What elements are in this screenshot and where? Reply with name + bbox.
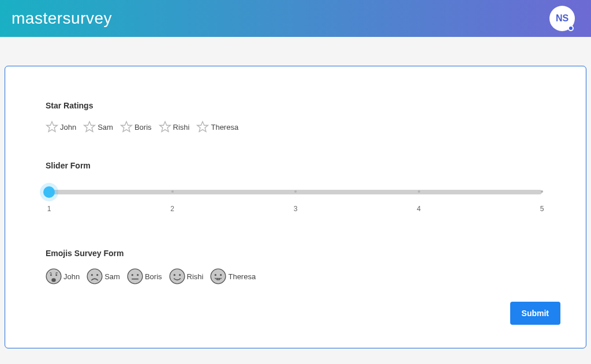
- svg-point-10: [91, 274, 93, 276]
- star-option-label: John: [60, 123, 76, 132]
- svg-marker-4: [197, 122, 208, 132]
- smile-face-icon: [169, 268, 185, 284]
- emoji-option-john[interactable]: John: [46, 268, 80, 284]
- slider-tick: [541, 190, 543, 193]
- svg-point-14: [137, 274, 139, 276]
- star-icon: [120, 121, 133, 133]
- slider-tick-label: 2: [170, 205, 174, 213]
- grin-face-icon: [210, 268, 226, 284]
- svg-point-7: [55, 274, 57, 276]
- emoji-option-label: John: [63, 272, 80, 281]
- svg-point-6: [50, 274, 52, 276]
- emoji-title: Emojis Survey Form: [46, 249, 545, 258]
- emoji-option-label: Boris: [145, 272, 162, 281]
- svg-point-13: [132, 274, 133, 276]
- slider-title: Slider Form: [46, 161, 545, 170]
- slider-section: Slider Form 1 2 3 4 5: [46, 161, 545, 214]
- frown-face-icon: [87, 268, 103, 284]
- slider-ticks: [49, 189, 542, 194]
- brand-logo: mastersurvey: [12, 9, 112, 28]
- submit-row: Submit: [510, 302, 560, 325]
- svg-marker-1: [84, 122, 95, 132]
- emoji-section: Emojis Survey Form John Sam: [46, 249, 545, 284]
- svg-point-9: [87, 269, 102, 284]
- neutral-face-icon: [127, 268, 143, 284]
- crying-face-icon: [46, 268, 62, 284]
- star-options-row: John Sam Boris Rishi Theresa: [46, 121, 545, 133]
- slider-tick-label: 5: [540, 205, 544, 213]
- star-icon: [83, 121, 96, 133]
- star-option-boris[interactable]: Boris: [120, 121, 152, 133]
- svg-point-19: [211, 269, 226, 284]
- star-option-label: Sam: [98, 123, 113, 132]
- emoji-options-row: John Sam Boris: [46, 268, 545, 284]
- slider-thumb[interactable]: [43, 186, 55, 198]
- svg-point-21: [220, 274, 222, 276]
- star-icon: [159, 121, 171, 133]
- star-ratings-title: Star Ratings: [46, 101, 545, 110]
- slider-tick-label: 3: [294, 205, 298, 213]
- survey-card: Star Ratings John Sam Boris Rishi: [5, 66, 586, 348]
- slider-tick-label: 1: [47, 205, 51, 213]
- emoji-option-label: Theresa: [228, 272, 256, 281]
- star-option-john[interactable]: John: [46, 121, 76, 133]
- star-option-label: Theresa: [211, 123, 238, 132]
- svg-point-20: [215, 274, 216, 276]
- emoji-option-boris[interactable]: Boris: [127, 268, 162, 284]
- slider-track[interactable]: [49, 190, 542, 194]
- submit-button[interactable]: Submit: [510, 302, 560, 325]
- svg-point-17: [173, 274, 175, 276]
- emoji-option-sam[interactable]: Sam: [87, 268, 120, 284]
- svg-point-16: [170, 269, 185, 284]
- slider-tick-label: 4: [417, 205, 421, 213]
- star-option-label: Rishi: [173, 123, 190, 132]
- slider-tick: [418, 190, 420, 193]
- user-avatar-button[interactable]: NS: [549, 6, 575, 31]
- svg-point-12: [128, 269, 143, 284]
- emoji-option-label: Rishi: [187, 272, 204, 281]
- slider-tick: [294, 190, 297, 193]
- star-option-rishi[interactable]: Rishi: [159, 121, 190, 133]
- emoji-option-theresa[interactable]: Theresa: [210, 268, 256, 284]
- star-option-theresa[interactable]: Theresa: [196, 121, 238, 133]
- svg-point-8: [51, 278, 55, 282]
- star-option-sam[interactable]: Sam: [83, 121, 113, 133]
- emoji-option-label: Sam: [104, 272, 120, 281]
- star-icon: [46, 121, 58, 133]
- avatar-initials: NS: [556, 13, 568, 24]
- slider-labels: 1 2 3 4 5: [49, 205, 542, 214]
- emoji-option-rishi[interactable]: Rishi: [169, 268, 204, 284]
- avatar-status-badge: [568, 25, 574, 31]
- svg-point-11: [96, 274, 98, 276]
- svg-point-18: [179, 274, 181, 276]
- svg-marker-3: [159, 122, 170, 132]
- star-icon: [196, 121, 209, 133]
- svg-marker-0: [47, 122, 57, 132]
- star-ratings-section: Star Ratings John Sam Boris Rishi: [46, 101, 545, 133]
- slider-tick: [171, 190, 174, 193]
- star-option-label: Boris: [134, 123, 152, 132]
- svg-marker-2: [121, 122, 132, 132]
- header-bar: mastersurvey NS: [0, 0, 591, 37]
